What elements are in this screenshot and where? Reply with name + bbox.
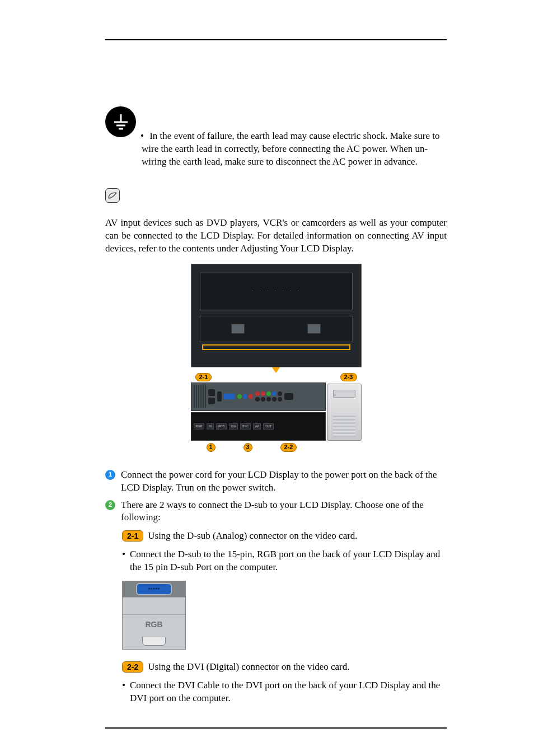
step-2-2-text: Using the DVI (Digital) connector on the… xyxy=(148,661,349,674)
callout-top: 2-1 2-3 xyxy=(191,373,362,382)
step-1-text: Connect the power cord for your LCD Disp… xyxy=(121,469,447,494)
step-2-1-bullet: • Connect the D-sub to the 15-pin, RGB p… xyxy=(122,548,447,574)
port-label: PWR xyxy=(194,423,205,430)
callout-3: 3 xyxy=(243,443,252,452)
label-panel: PWR IN RGB DVI BNC AV OUT xyxy=(191,412,326,441)
rear-panel-zone: PWR IN RGB DVI BNC AV OUT xyxy=(191,382,362,441)
callout-2-2: 2-2 xyxy=(280,443,297,452)
arrow-icon xyxy=(272,367,280,373)
bullet: • xyxy=(122,679,125,705)
intro-paragraph: AV input devices such as DVD players, VC… xyxy=(105,217,447,255)
step-2-2-bullet-text: Connect the DVI Cable to the DVI port on… xyxy=(130,679,447,705)
step-badge-1: 1 xyxy=(105,470,115,480)
warning-body: In the event of failure, the earth lead … xyxy=(142,130,439,167)
page: • In the event of failure, the earth lea… xyxy=(0,0,534,756)
step-2-1-bullet-text: Connect the D-sub to the 15-pin, RGB por… xyxy=(130,548,447,574)
step-2-2: 2-2 Using the DVI (Digital) connector on… xyxy=(122,661,447,674)
step-2-1: 2-1 Using the D-sub (Analog) connector o… xyxy=(122,530,447,543)
step-2-text: There are 2 ways to connect the D-sub to… xyxy=(121,499,447,525)
note-icon xyxy=(105,188,120,203)
rgb-port-figure: ▪▪▪▪▪ RGB xyxy=(122,581,186,650)
footer-rule xyxy=(105,727,447,729)
bullet: • xyxy=(140,130,144,143)
callout-2-3: 2-3 xyxy=(340,373,357,381)
callout-bottom: 1 3 2-2 xyxy=(191,441,362,452)
highlight xyxy=(202,344,350,350)
bullet: • xyxy=(122,548,125,574)
pill-2-1: 2-1 xyxy=(122,530,143,542)
rear-panel xyxy=(191,382,326,411)
port-label: RGB xyxy=(216,423,227,430)
callout-1: 1 xyxy=(207,443,216,452)
warning-block: • In the event of failure, the earth lea… xyxy=(105,113,447,169)
ground-icon xyxy=(105,106,136,137)
inner-panel xyxy=(200,316,353,342)
vga-connector-icon: ▪▪▪▪▪ xyxy=(136,583,172,595)
header-rule xyxy=(105,39,447,40)
dsub-socket-icon xyxy=(142,637,166,646)
port-label: AV xyxy=(253,423,261,430)
rgb-label: RGB xyxy=(123,615,185,633)
port-label: IN xyxy=(207,423,214,430)
step-2-1-text: Using the D-sub (Analog) connector on th… xyxy=(148,530,357,543)
warning-text: • In the event of failure, the earth lea… xyxy=(142,130,447,169)
step-badge-2: 2 xyxy=(105,500,115,510)
step-1: 1 Connect the power cord for your LCD Di… xyxy=(105,469,447,494)
callout-2-1: 2-1 xyxy=(195,373,212,381)
vga-port-icon xyxy=(224,394,235,399)
port-label: DVI xyxy=(229,423,238,430)
pc-tower-icon xyxy=(327,384,362,441)
step-2-2-bullet: • Connect the DVI Cable to the DVI port … xyxy=(122,679,447,705)
screen: · · · · · · · xyxy=(200,273,353,310)
connection-diagram: · · · · · · · 2-1 2-3 xyxy=(191,264,362,452)
monitor-rear: · · · · · · · xyxy=(191,264,362,367)
port-label: OUT xyxy=(263,423,274,430)
step-2: 2 There are 2 ways to connect the D-sub … xyxy=(105,499,447,525)
port-label: BNC xyxy=(240,423,251,430)
pill-2-2: 2-2 xyxy=(122,661,143,673)
steps-list: 1 Connect the power cord for your LCD Di… xyxy=(105,469,447,705)
